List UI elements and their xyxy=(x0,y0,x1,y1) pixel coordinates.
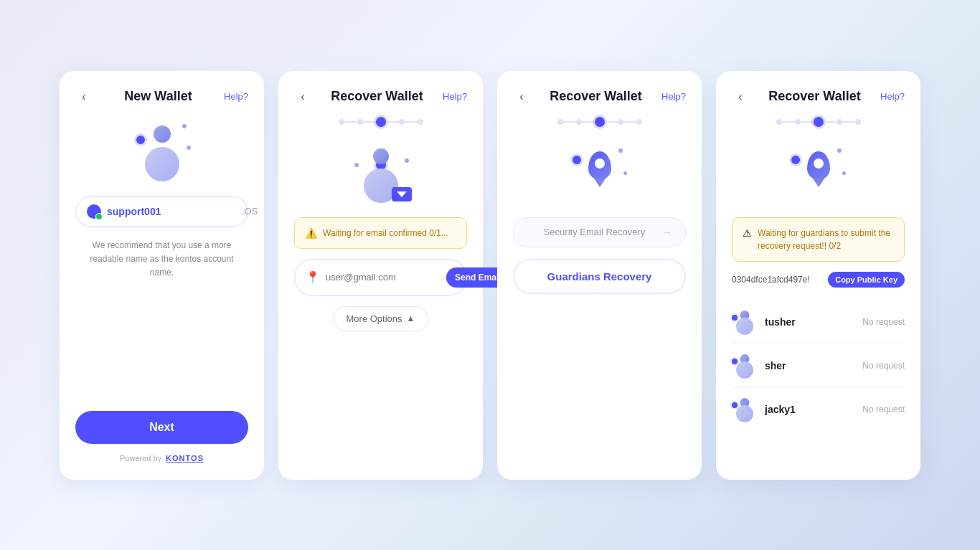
orbit-dot-blue xyxy=(136,136,145,144)
guardians-recovery-button[interactable]: Guardians Recovery xyxy=(513,259,686,294)
username-input[interactable] xyxy=(107,206,242,217)
guardian-avatar-1 xyxy=(732,353,758,379)
card4-back-button[interactable]: ‹ xyxy=(732,88,749,105)
step-line-c4-4 xyxy=(842,121,855,123)
username-input-row: .OS xyxy=(75,196,248,227)
step-line-c3-1 xyxy=(563,121,576,123)
more-options-label: More Options xyxy=(347,313,402,324)
public-key-row: 0304dfce1afcd497e! Copy Public Key xyxy=(732,272,905,288)
card4-pin-inner xyxy=(814,158,824,169)
guardian-name-1: sher xyxy=(765,360,862,371)
location-icon: 📍 xyxy=(306,270,320,284)
user-check-icon xyxy=(87,204,101,219)
card4-pin-orbit-sm1 xyxy=(837,148,842,153)
card3-back-button[interactable]: ‹ xyxy=(513,88,530,105)
step-line-c4-3 xyxy=(824,121,837,123)
recover-wallet-email-card: ‹ Recover Wallet Help? xyxy=(278,71,483,480)
step-dot-5 xyxy=(418,119,423,125)
card2-title: Recover Wallet xyxy=(311,89,443,104)
g-orbit-dot-0 xyxy=(732,315,738,321)
pin-body xyxy=(588,151,611,180)
card4-pin-icon xyxy=(790,146,847,203)
g-body-0 xyxy=(736,318,753,335)
guardian-item-0: tusher No request xyxy=(732,300,905,344)
next-button[interactable]: Next xyxy=(75,411,248,444)
step-line-c3-3 xyxy=(605,121,618,123)
guardian-name-0: tusher xyxy=(765,316,862,328)
card3-help-button[interactable]: Help? xyxy=(661,91,686,102)
guardian-avatar-2 xyxy=(732,397,758,422)
more-options-button[interactable]: More Options ▲ xyxy=(333,306,429,331)
email-warning-text: Waiting for email confirmed 0/1... xyxy=(323,227,448,240)
g-body-2 xyxy=(736,405,753,422)
step-line-c3-2 xyxy=(582,121,595,123)
guardian-list: tusher No request sher No request ja xyxy=(732,300,905,431)
powered-by-label: Powered by xyxy=(120,454,161,463)
email-input-row: 📍 Send Email xyxy=(294,259,467,296)
card2-back-button[interactable]: ‹ xyxy=(294,88,311,105)
email-warning-box: ⚠️ Waiting for email confirmed 0/1... xyxy=(294,217,467,249)
card1-header: ‹ New Wallet Help? xyxy=(75,88,248,105)
card2-icon-area xyxy=(294,146,467,203)
card3-title: Recover Wallet xyxy=(530,89,661,104)
card4-pin-body xyxy=(807,151,830,180)
copy-public-key-button[interactable]: Copy Public Key xyxy=(828,272,905,288)
card2-header: ‹ Recover Wallet Help? xyxy=(294,88,467,105)
pin-orbit-sm2 xyxy=(623,171,627,175)
hint-text: We recommend that you use a more readabl… xyxy=(75,239,248,280)
avatar-body xyxy=(145,147,179,181)
powered-by: Powered by KONTOS xyxy=(75,454,248,463)
kontos-logo: KONTOS xyxy=(166,454,204,463)
guardian-warning-box: ⚠ Waiting for guardians to submit the re… xyxy=(732,217,905,262)
email-orbit-left xyxy=(354,163,359,167)
step-line-4 xyxy=(405,121,418,123)
card2-help-button[interactable]: Help? xyxy=(443,91,467,102)
guardian-warning-text: Waiting for guardians to submit the reco… xyxy=(758,227,894,252)
card1-avatar-icon xyxy=(133,124,191,181)
card1-icon-area xyxy=(75,124,248,181)
email-envelope-icon xyxy=(392,187,412,201)
card4-help-button[interactable]: Help? xyxy=(880,91,905,102)
public-key-text: 0304dfce1afcd497e! xyxy=(732,275,822,285)
step-line-3 xyxy=(386,121,399,123)
email-input[interactable] xyxy=(326,272,446,283)
email-orbit-right xyxy=(405,158,409,163)
guardian-avatar-0 xyxy=(732,309,758,335)
step-line-c4-2 xyxy=(801,121,814,123)
card4-pin-orbit-dot xyxy=(791,156,800,164)
warning-icon: ⚠️ xyxy=(305,227,317,239)
new-wallet-card: ‹ New Wallet Help? .OS We recommend that… xyxy=(60,71,264,480)
g-orbit-dot-2 xyxy=(732,402,738,408)
step-dot-c4-2 xyxy=(795,119,801,125)
pin-orbit-dot xyxy=(573,156,581,164)
step-dot-2 xyxy=(357,119,363,125)
orbit-dot-1 xyxy=(182,124,187,128)
g-body-1 xyxy=(736,361,753,379)
card3-icon-area xyxy=(513,146,686,203)
guardian-status-2: No request xyxy=(862,404,905,414)
card2-avatar-icon xyxy=(349,146,413,203)
step-dot-c3-1 xyxy=(557,119,563,125)
g-orbit-dot-1 xyxy=(732,359,738,364)
guardian-status-1: No request xyxy=(862,361,905,371)
card1-help-button[interactable]: Help? xyxy=(224,91,248,102)
step-line-2 xyxy=(363,121,376,123)
step-dot-1 xyxy=(339,119,344,125)
guardian-item-2: jacky1 No request xyxy=(732,388,905,431)
card3-header: ‹ Recover Wallet Help? xyxy=(513,88,686,105)
email-avatar-head xyxy=(373,148,389,164)
step-dot-c4-5 xyxy=(855,119,861,125)
pin-icon xyxy=(571,146,628,203)
step-dot-c4-4 xyxy=(837,119,842,125)
recover-wallet-guardians-card: ‹ Recover Wallet Help? xyxy=(497,71,702,480)
guardian-status-0: No request xyxy=(862,317,905,327)
step-line-c3-4 xyxy=(623,121,636,123)
orbit-dot-2 xyxy=(187,146,191,150)
security-input-row[interactable]: Security Email Recovery → xyxy=(513,217,686,247)
card4-icon-area xyxy=(732,146,905,203)
card1-back-button[interactable]: ‹ xyxy=(75,88,93,105)
card1-title: New Wallet xyxy=(93,89,224,104)
card4-header: ‹ Recover Wallet Help? xyxy=(732,88,905,105)
step-dot-c4-1 xyxy=(776,119,782,125)
step-dot-4 xyxy=(399,119,405,125)
